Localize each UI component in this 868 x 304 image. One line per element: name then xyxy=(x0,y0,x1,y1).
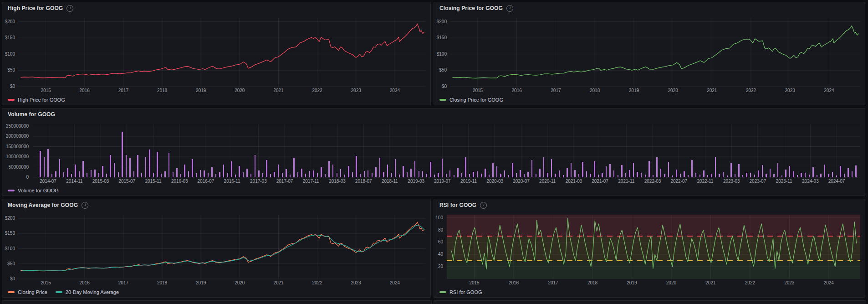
y-axis-tick: $200 xyxy=(2,19,15,24)
x-axis-tick: 2021 xyxy=(263,88,295,93)
x-axis-tick: 2023 xyxy=(340,88,372,93)
x-axis-tick: 2022 xyxy=(301,280,333,285)
x-axis-tick: 2018 xyxy=(146,88,178,93)
plot-area[interactable] xyxy=(2,120,865,185)
panel-title[interactable]: RSI for GOOG xyxy=(439,202,476,208)
legend-item[interactable]: High Price for GOOG xyxy=(8,97,65,103)
y-axis-tick: 250000000 xyxy=(2,124,29,129)
info-icon[interactable]: i xyxy=(66,5,73,12)
x-axis-tick: 2024-07 xyxy=(821,179,853,184)
legend-item[interactable]: Volume for GOOG xyxy=(8,188,59,193)
x-axis-tick: 2016 xyxy=(69,88,101,93)
x-axis-tick: 2015 xyxy=(30,88,62,93)
y-axis-tick: $50 xyxy=(2,67,15,72)
legend-swatch-icon xyxy=(439,291,446,293)
legend-swatch-icon xyxy=(8,99,15,101)
panel-header: Moving Average for GOOG i xyxy=(2,199,430,211)
y-axis-tick: $150 xyxy=(2,35,15,40)
x-axis-tick: 2021 xyxy=(696,88,728,93)
x-axis-tick: 2016 xyxy=(69,280,101,285)
info-icon[interactable]: i xyxy=(82,202,88,209)
y-axis-tick: 150000000 xyxy=(2,144,29,149)
x-axis-tick: 2020 xyxy=(224,280,255,285)
x-axis-tick: 2023 xyxy=(340,280,372,285)
legend-label: Closing Price for GOOG xyxy=(449,97,503,103)
info-icon[interactable]: i xyxy=(506,5,513,12)
rsi-chart[interactable]: 2040608010020152016201720182019202020212… xyxy=(434,211,865,287)
y-axis-tick: $50 xyxy=(2,261,15,266)
y-axis-tick: $150 xyxy=(2,231,15,236)
plot-area[interactable] xyxy=(434,211,865,287)
grafana-dashboard: High Price for GOOG i $0$50$100$150$2002… xyxy=(0,0,868,304)
legend-item[interactable]: Closing Price xyxy=(8,289,47,295)
panel-title[interactable]: Moving Average for GOOG xyxy=(8,202,78,208)
x-axis-tick: 2024 xyxy=(813,280,845,285)
panel-header: High Price for GOOG i xyxy=(2,2,430,14)
legend-label: Volume for GOOG xyxy=(18,188,59,193)
legend-label: Closing Price xyxy=(18,289,47,295)
x-axis-tick: 2022 xyxy=(734,280,766,285)
legend-item[interactable]: Closing Price for GOOG xyxy=(439,97,503,103)
x-axis-tick: 2020 xyxy=(655,280,687,285)
x-axis-tick: 2015 xyxy=(30,280,62,285)
x-axis-tick: 2023 xyxy=(773,280,805,285)
x-axis-tick: 2017 xyxy=(537,280,569,285)
legend-item[interactable]: 20-Day Moving Average xyxy=(56,289,119,295)
x-axis-tick: 2015 xyxy=(459,280,490,285)
panel-title[interactable]: High Price for GOOG xyxy=(8,5,63,11)
legend-swatch-icon xyxy=(8,190,15,191)
y-axis-tick: $0 xyxy=(2,84,15,89)
closing-price-chart[interactable]: $0$50$100$150$20020152016201720182019202… xyxy=(434,14,865,95)
legend: Closing Price for GOOG xyxy=(434,95,865,105)
plot-area[interactable] xyxy=(434,14,865,95)
panel-title[interactable]: Closing Price for GOOG xyxy=(439,5,503,11)
legend-swatch-icon xyxy=(8,291,15,293)
y-axis-tick: $150 xyxy=(434,35,447,40)
y-axis-tick: $200 xyxy=(434,19,447,24)
panel-high-price: High Price for GOOG i $0$50$100$150$2002… xyxy=(2,2,431,105)
y-axis-tick: 50000000 xyxy=(2,165,29,170)
x-axis-tick: 2018 xyxy=(579,88,611,93)
x-axis-tick: 2020 xyxy=(657,88,689,93)
partial-panel-right xyxy=(434,300,866,304)
moving-average-chart[interactable]: $0$50$100$150$20020152016201720182019202… xyxy=(2,211,430,287)
x-axis-tick: 2024 xyxy=(813,88,845,93)
plot-area[interactable] xyxy=(2,211,430,287)
y-axis-tick: $100 xyxy=(2,246,15,251)
y-axis-tick: 100000000 xyxy=(2,154,29,159)
panel-title[interactable]: Volume for GOOG xyxy=(8,111,55,118)
partial-panel-left xyxy=(2,300,432,304)
legend-item[interactable]: RSI for GOOG xyxy=(439,289,482,295)
high-price-chart[interactable]: $0$50$100$150$20020152016201720182019202… xyxy=(2,14,430,95)
legend: Volume for GOOG xyxy=(2,185,865,196)
y-axis-tick: 0 xyxy=(2,175,29,180)
y-axis-tick: 100 xyxy=(434,215,443,220)
x-axis-tick: 2019 xyxy=(185,88,217,93)
volume-chart[interactable]: 0500000001000000001500000002000000002500… xyxy=(2,120,865,185)
x-axis-tick: 2024 xyxy=(379,280,411,285)
y-axis-tick: 20 xyxy=(434,264,443,269)
legend-label: High Price for GOOG xyxy=(18,97,65,103)
x-axis-tick: 2017 xyxy=(540,88,572,93)
y-axis-tick: 40 xyxy=(434,252,443,257)
plot-area[interactable] xyxy=(2,14,430,95)
y-axis-tick: $0 xyxy=(2,276,15,281)
y-axis-tick: 80 xyxy=(434,227,443,232)
x-axis-tick: 2018 xyxy=(577,280,608,285)
x-axis-tick: 2019 xyxy=(618,88,650,93)
y-axis-tick: $0 xyxy=(434,84,447,89)
x-axis-tick: 2020 xyxy=(224,88,255,93)
info-icon[interactable]: i xyxy=(480,202,487,209)
y-axis-tick: $200 xyxy=(2,216,15,221)
y-axis-tick: $50 xyxy=(434,67,447,72)
legend-swatch-icon xyxy=(56,291,62,293)
x-axis-tick: 2017 xyxy=(107,88,139,93)
x-axis-tick: 2019 xyxy=(616,280,648,285)
x-axis-tick: 2021 xyxy=(263,280,295,285)
panel-moving-average: Moving Average for GOOG i $0$50$100$150$… xyxy=(2,199,431,298)
x-axis-tick: 2023 xyxy=(774,88,806,93)
x-axis-tick: 2021 xyxy=(694,280,726,285)
x-axis-tick: 2015 xyxy=(462,88,494,93)
y-axis-tick: $100 xyxy=(2,52,15,57)
x-axis-tick: 2022 xyxy=(735,88,767,93)
